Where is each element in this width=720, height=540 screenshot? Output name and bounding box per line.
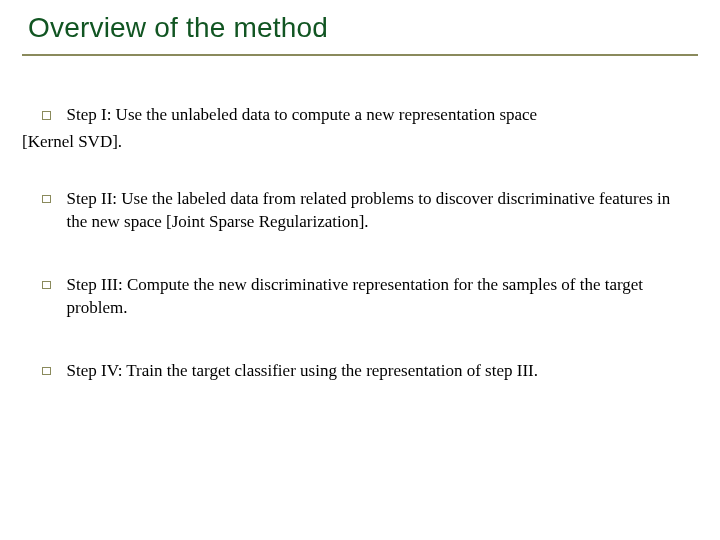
- step-text-continuation: [Kernel SVD].: [22, 131, 688, 154]
- list-item: Step II: Use the labeled data from relat…: [42, 188, 688, 234]
- square-bullet-icon: [42, 195, 51, 204]
- square-bullet-icon: [42, 111, 51, 120]
- square-bullet-icon: [42, 367, 51, 376]
- list-item: Step I: Use the unlabeled data to comput…: [42, 104, 688, 154]
- step-text: Step IV: Train the target classifier usi…: [67, 360, 538, 383]
- square-bullet-icon: [42, 281, 51, 290]
- step-text: Step I: Use the unlabeled data to comput…: [67, 104, 538, 127]
- step-text: Step II: Use the labeled data from relat…: [67, 188, 689, 234]
- list-item: Step III: Compute the new discriminative…: [42, 274, 688, 320]
- slide-title: Overview of the method: [28, 12, 698, 44]
- list-item: Step IV: Train the target classifier usi…: [42, 360, 688, 383]
- content-area: Step I: Use the unlabeled data to comput…: [22, 104, 698, 383]
- slide: Overview of the method Step I: Use the u…: [0, 0, 720, 540]
- title-container: Overview of the method: [22, 12, 698, 56]
- step-text: Step III: Compute the new discriminative…: [67, 274, 689, 320]
